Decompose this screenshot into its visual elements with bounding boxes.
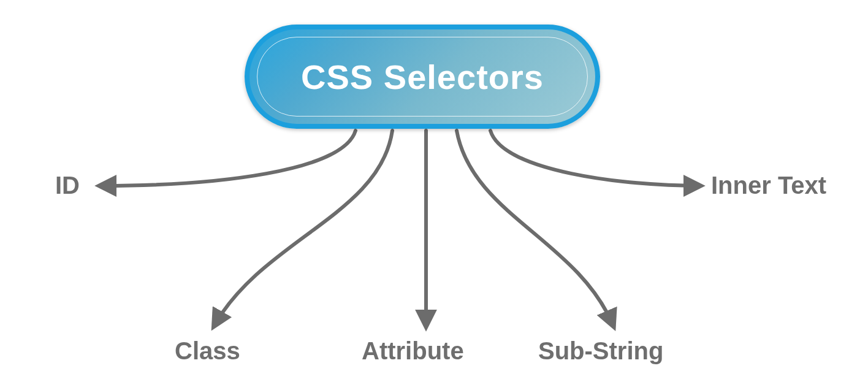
branch-label-attribute: Attribute [362,337,464,365]
diagram-canvas: CSS Selectors ID Inner Text Class Attrib… [0,0,868,390]
root-node: CSS Selectors [245,25,600,129]
branch-label-innertext: Inner Text [711,172,826,199]
root-node-title: CSS Selectors [301,57,544,97]
branch-label-substring: Sub-String [538,337,663,365]
arrow-to-class [215,131,392,325]
arrow-to-substring [457,131,613,325]
arrow-to-innertext [490,131,699,186]
branch-label-id: ID [55,172,80,199]
branch-label-class: Class [175,337,240,365]
arrow-to-id [101,131,356,186]
